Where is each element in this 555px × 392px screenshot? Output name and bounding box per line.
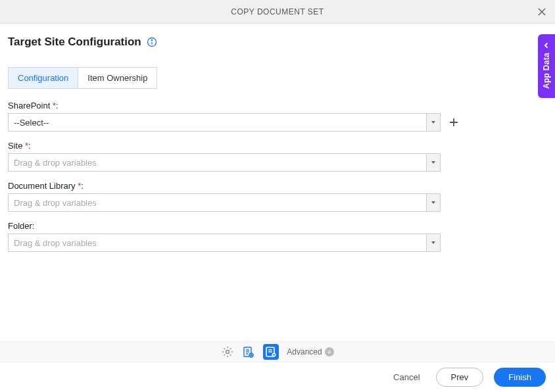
side-panel-label: App Data	[542, 53, 551, 89]
page-title-row: Target Site Configuration	[8, 36, 547, 49]
document-library-label: Document Library *:	[8, 181, 547, 191]
required-mark: *	[78, 181, 81, 191]
site-input[interactable]	[8, 153, 426, 172]
document-library-caret[interactable]	[426, 193, 441, 212]
info-icon[interactable]	[147, 37, 157, 47]
app-data-panel-tab[interactable]: App Data	[538, 34, 555, 98]
folder-label: Folder:	[8, 221, 547, 231]
content-area: Target Site Configuration Configuration …	[0, 24, 555, 252]
tab-configuration[interactable]: Configuration	[8, 67, 78, 89]
cancel-button[interactable]: Cancel	[388, 368, 425, 386]
folder-caret[interactable]	[426, 233, 441, 252]
footer: Cancel Prev Finish	[0, 362, 555, 392]
svg-point-2	[226, 351, 229, 354]
modal-header: COPY DOCUMENT SET	[0, 0, 555, 24]
folder-input[interactable]	[8, 233, 426, 252]
field-folder: Folder:	[8, 221, 547, 252]
form-gear-icon[interactable]	[263, 344, 279, 360]
sharepoint-select[interactable]	[8, 113, 426, 132]
required-mark: *	[25, 141, 28, 151]
add-sharepoint-icon[interactable]	[448, 117, 459, 128]
document-library-input[interactable]	[8, 193, 426, 212]
close-icon[interactable]	[537, 7, 547, 17]
svg-point-1	[151, 39, 152, 40]
field-document-library: Document Library *:	[8, 181, 547, 212]
chevron-left-icon	[543, 39, 550, 46]
plus-circle-icon: +	[325, 347, 334, 356]
field-site: Site *:	[8, 141, 547, 172]
tab-item-ownership[interactable]: Item Ownership	[78, 67, 157, 89]
sharepoint-caret[interactable]	[426, 113, 441, 132]
page-title: Target Site Configuration	[8, 36, 141, 49]
prev-button[interactable]: Prev	[436, 368, 484, 387]
gear-icon[interactable]	[221, 345, 234, 358]
sharepoint-label: SharePoint *:	[8, 101, 547, 110]
site-label: Site *:	[8, 141, 547, 151]
modal-title: COPY DOCUMENT SET	[231, 7, 324, 16]
required-mark: *	[53, 101, 56, 110]
bottom-toolbar: Advanced +	[0, 341, 555, 362]
finish-button[interactable]: Finish	[494, 368, 546, 387]
field-sharepoint: SharePoint *:	[8, 101, 547, 132]
advanced-toggle[interactable]: Advanced +	[287, 347, 333, 356]
tabs: Configuration Item Ownership	[8, 67, 547, 89]
site-caret[interactable]	[426, 153, 441, 172]
document-gear-icon[interactable]	[242, 345, 255, 358]
